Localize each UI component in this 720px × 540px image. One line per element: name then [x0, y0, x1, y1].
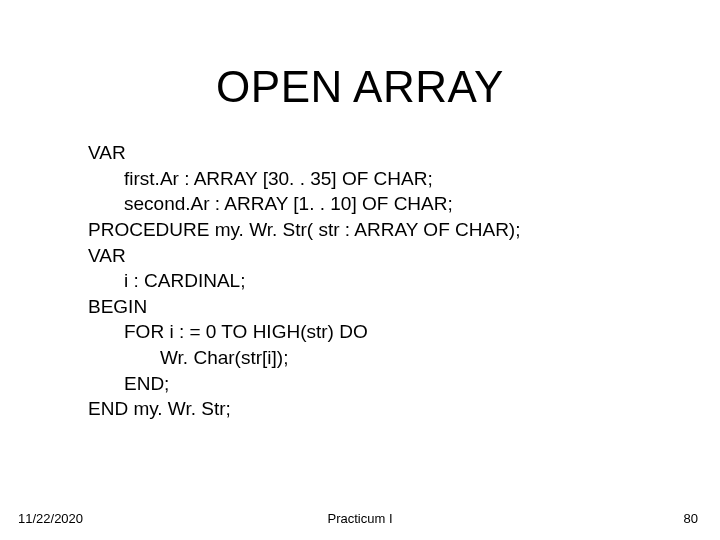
slide-title: OPEN ARRAY	[0, 62, 720, 112]
code-line: Wr. Char(str[i]);	[160, 345, 680, 371]
code-line: first.Ar : ARRAY [30. . 35] OF CHAR;	[124, 166, 680, 192]
code-line: i : CARDINAL;	[124, 268, 680, 294]
code-line: FOR i : = 0 TO HIGH(str) DO	[124, 319, 680, 345]
code-line: BEGIN	[88, 294, 680, 320]
footer-page: 80	[684, 511, 698, 526]
code-line: VAR	[88, 243, 680, 269]
slide-body: VAR first.Ar : ARRAY [30. . 35] OF CHAR;…	[88, 140, 680, 422]
code-line: VAR	[88, 140, 680, 166]
footer-center: Practicum I	[0, 511, 720, 526]
code-line: second.Ar : ARRAY [1. . 10] OF CHAR;	[124, 191, 680, 217]
code-line: PROCEDURE my. Wr. Str( str : ARRAY OF CH…	[88, 217, 680, 243]
code-line: END my. Wr. Str;	[88, 396, 680, 422]
slide: OPEN ARRAY VAR first.Ar : ARRAY [30. . 3…	[0, 0, 720, 540]
code-line: END;	[124, 371, 680, 397]
